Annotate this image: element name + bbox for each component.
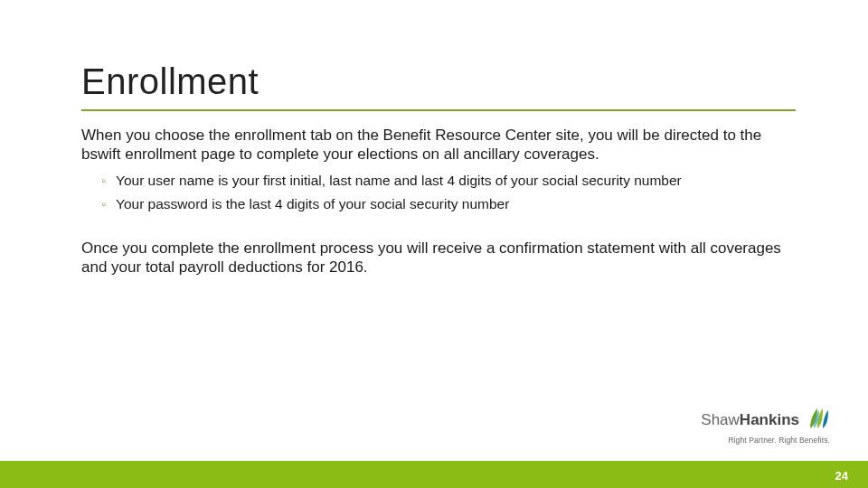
logo-wordmark: ShawHankins — [701, 411, 799, 429]
slide-title: Enrollment — [81, 61, 796, 102]
closing-paragraph: Once you complete the enrollment process… — [81, 239, 796, 277]
page-number: 24 — [835, 469, 848, 483]
logo-word-first: Shaw — [701, 411, 740, 428]
list-item: Your user name is your first initial, la… — [101, 172, 796, 190]
logo-tagline: Right Partner. Right Benefits. — [701, 436, 830, 445]
content-area: Enrollment When you choose the enrollmen… — [81, 61, 796, 284]
intro-paragraph: When you choose the enrollment tab on th… — [81, 126, 796, 164]
slide: Enrollment When you choose the enrollmen… — [0, 0, 868, 488]
logo-row: ShawHankins — [701, 407, 830, 434]
brand-logo: ShawHankins Right Partner. Right Benefit… — [701, 407, 830, 445]
leaf-icon — [805, 407, 830, 434]
logo-word-second: Hankins — [740, 411, 799, 428]
bullet-list: Your user name is your first initial, la… — [81, 172, 796, 213]
title-underline — [81, 109, 796, 111]
list-item: Your password is the last 4 digits of yo… — [101, 195, 796, 213]
footer-bar: 24 — [0, 461, 868, 488]
